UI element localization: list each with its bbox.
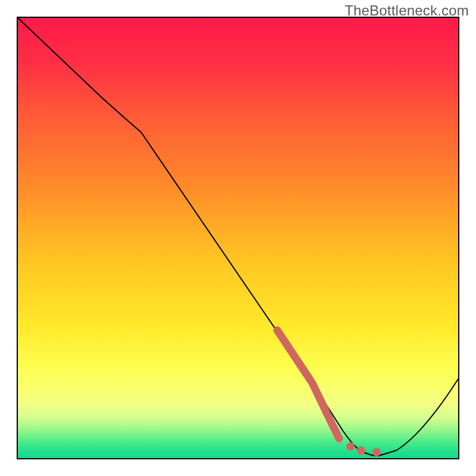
watermark-text: TheBottleneck.com bbox=[345, 2, 469, 19]
chart-stage: TheBottleneck.com bbox=[0, 0, 476, 476]
highlight-dot-1 bbox=[346, 442, 355, 450]
highlight-dot-2 bbox=[357, 446, 365, 455]
plot-frame bbox=[17, 17, 459, 459]
gradient-background bbox=[18, 18, 458, 458]
highlight-dot-3 bbox=[372, 448, 381, 456]
plot-svg bbox=[18, 18, 458, 458]
